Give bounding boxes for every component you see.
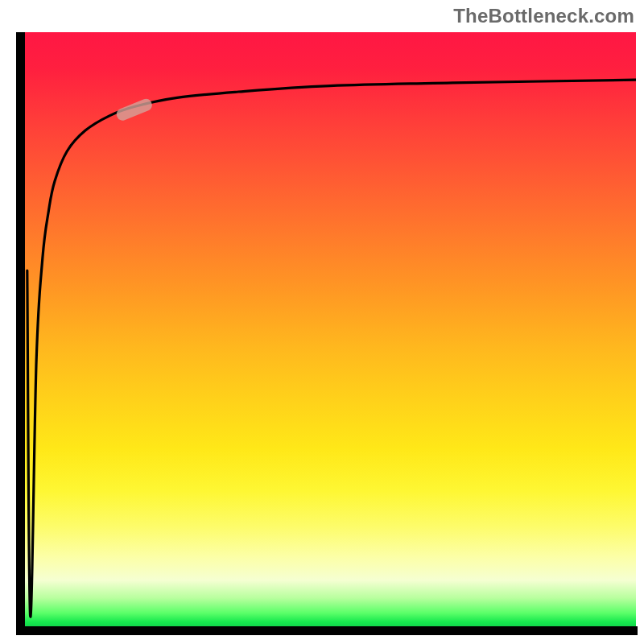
attribution-text: TheBottleneck.com bbox=[453, 5, 634, 27]
chart-stage: TheBottleneck.com bbox=[0, 0, 644, 644]
curve-layer bbox=[24, 32, 636, 628]
highlight-slug bbox=[115, 97, 154, 122]
plot-area bbox=[24, 32, 636, 628]
percentage-curve bbox=[27, 80, 636, 617]
highlight-slug-shape bbox=[115, 97, 154, 122]
x-axis bbox=[16, 626, 638, 635]
y-axis bbox=[16, 32, 25, 634]
